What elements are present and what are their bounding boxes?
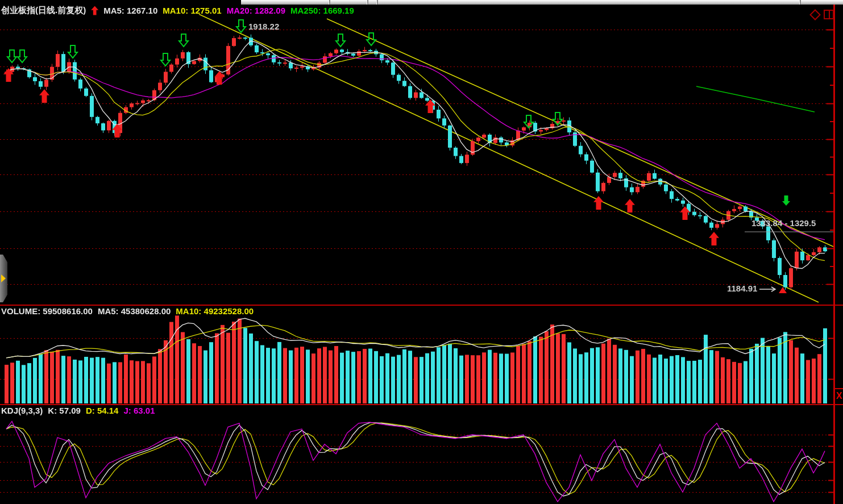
kdj-d-value: D: 54.14 bbox=[86, 406, 119, 415]
up-arrow-icon bbox=[91, 6, 98, 15]
toolbar-separator bbox=[367, 0, 368, 5]
low-price-annotation: 1184.91 bbox=[727, 284, 757, 293]
kdj-j-value: J: 63.01 bbox=[123, 406, 155, 415]
kdj-k-value: K: 57.09 bbox=[48, 406, 81, 415]
ma250-value: MA250: 1669.19 bbox=[290, 6, 354, 15]
ma20-value: MA20: 1282.09 bbox=[227, 6, 285, 15]
window-restore-icon[interactable] bbox=[824, 10, 834, 19]
volume-value: VOLUME: 59508616.00 bbox=[1, 306, 93, 316]
volume-ma10-value: MA10: 49232528.00 bbox=[176, 306, 254, 316]
peak-price-annotation: 1918.22 bbox=[248, 22, 279, 31]
sidebar-expand-tab[interactable] bbox=[0, 255, 7, 302]
expand-arrow-icon bbox=[1, 274, 6, 282]
range-price-annotation: 1333.84 - 1329.5 bbox=[751, 218, 833, 228]
kdj-header: KDJ(9,3,3) K: 57.09 D: 54.14 J: 63.01 bbox=[1, 406, 155, 415]
toolbar-separator bbox=[329, 0, 330, 5]
toolbar-separator bbox=[799, 0, 801, 5]
volume-header: VOLUME: 59508616.00 MA5: 45380628.00 MA1… bbox=[1, 306, 254, 316]
chart-canvas[interactable] bbox=[0, 0, 843, 504]
volume-ma5-value: MA5: 45380628.00 bbox=[98, 306, 171, 316]
window-restore-icon-bar bbox=[829, 11, 830, 18]
close-volume-pane-button[interactable]: X bbox=[836, 390, 842, 402]
ma5-value: MA5: 1267.10 bbox=[103, 6, 157, 15]
instrument-title: 创业板指(日线.前复权) bbox=[1, 5, 86, 16]
main-chart-header: 创业板指(日线.前复权) MA5: 1267.10 MA10: 1275.01 … bbox=[1, 5, 354, 16]
ma10-value: MA10: 1275.01 bbox=[163, 6, 221, 15]
trading-app-window: { "header": { "title": "创业板指(日线.前复权)", "… bbox=[0, 0, 843, 504]
toolbar-separator bbox=[376, 0, 378, 5]
kdj-name: KDJ(9,3,3) bbox=[1, 406, 43, 415]
toolbar-strip bbox=[241, 0, 843, 5]
